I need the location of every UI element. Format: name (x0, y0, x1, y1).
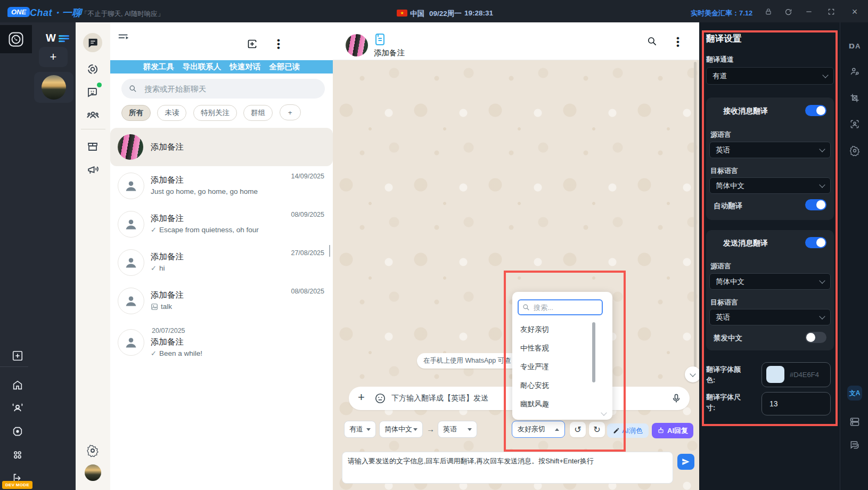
exchange-rate-label: 实时美金汇率：7.12 (691, 9, 752, 18)
chat-row[interactable]: 14/09/2025 添加备注 Just go home, go home, g… (110, 166, 333, 205)
filter-unread[interactable]: 未读 (157, 105, 186, 121)
chat-row[interactable]: 08/09/2025 添加备注 ✓Escape from quietness, … (110, 205, 333, 243)
ban-chinese-label: 禁发中文 (714, 333, 742, 343)
channel-select[interactable]: 有道 (706, 67, 834, 85)
filter-add[interactable]: + (280, 104, 301, 120)
receive-target-select[interactable]: 简体中文 (709, 177, 831, 194)
filter-all[interactable]: 所有 (121, 105, 151, 121)
tone-option[interactable]: 友好亲切 (520, 323, 549, 336)
tone-dropdown: 友好亲切 中性客观 专业严谨 耐心安抚 幽默风趣 (512, 292, 612, 420)
lock-icon[interactable] (763, 6, 774, 17)
tone-option[interactable]: 中性客观 (520, 342, 549, 355)
banner-export-contacts[interactable]: 导出联系人 (183, 62, 222, 72)
contact-sync-icon[interactable] (847, 64, 862, 79)
chat-row[interactable]: 08/08/2025 添加备注 talk (110, 281, 333, 320)
face-scan-icon[interactable] (847, 117, 862, 132)
color-swatch[interactable] (766, 366, 784, 383)
translate-icon[interactable]: 文A (847, 386, 862, 401)
ai-reply-button[interactable]: AI回复 (652, 423, 693, 438)
auto-translate-toggle[interactable] (805, 199, 826, 210)
chat-row[interactable]: 添加备注 (110, 128, 333, 166)
refresh-icon[interactable] (783, 6, 793, 17)
receive-toggle[interactable] (805, 105, 826, 116)
chat-scrollbar[interactable] (694, 62, 697, 368)
profile-avatar[interactable] (85, 464, 101, 481)
banner-mark-all-read[interactable]: 全部已读 (269, 62, 300, 72)
tab-broadcast[interactable] (83, 160, 102, 179)
team-icon[interactable] (9, 399, 26, 416)
tone-option[interactable]: 幽默风趣 (520, 398, 549, 411)
tone-option[interactable]: 耐心安抚 (520, 379, 549, 392)
chat-header-avatar[interactable] (346, 34, 368, 56)
server-icon[interactable] (847, 414, 862, 429)
color-hex-value: #D4E6F4 (790, 371, 819, 379)
send-button[interactable] (677, 454, 694, 470)
message-input[interactable]: 下方输入翻译成【英语】发送 (391, 394, 488, 403)
chat-list-menu-icon[interactable]: ••• (277, 38, 280, 50)
gear-icon[interactable] (847, 143, 862, 158)
account-avatar-card[interactable] (34, 72, 73, 103)
undo-button[interactable]: ↺ (570, 422, 586, 437)
chat-row[interactable]: 27/08/2025 添加备注 ✓hi (110, 243, 333, 281)
new-window-icon[interactable] (9, 347, 26, 364)
font-color-field[interactable]: #D4E6F4 (761, 362, 831, 387)
home-icon[interactable] (9, 377, 26, 394)
apps-grid-icon[interactable] (9, 446, 26, 463)
minimize-button[interactable] (804, 6, 814, 17)
receive-source-select[interactable]: 英语 (709, 142, 831, 158)
sent-check-icon: ✓ (151, 349, 157, 357)
record-icon[interactable] (9, 423, 26, 440)
screenshot-crop-icon[interactable] (847, 91, 862, 105)
tone-search[interactable] (518, 299, 603, 315)
chat-search-input[interactable] (143, 84, 305, 94)
chat-search[interactable] (121, 79, 325, 99)
tone-select[interactable]: 友好亲切 (512, 421, 565, 438)
chat-contact-name[interactable]: 添加备注 (374, 48, 405, 58)
chat-menu-icon[interactable]: ••• (676, 36, 679, 47)
tab-chats[interactable] (83, 33, 102, 52)
new-chat-icon[interactable] (247, 38, 258, 50)
font-size-value: 13 (769, 399, 778, 408)
redo-button[interactable]: ↻ (589, 422, 605, 437)
tab-channels[interactable] (83, 83, 102, 102)
tab-status[interactable] (83, 60, 102, 79)
tone-search-input[interactable] (533, 303, 593, 312)
filter-favorites[interactable]: 特别关注 (193, 105, 237, 121)
tab-communities[interactable] (83, 105, 102, 125)
target-lang-select[interactable]: 英语 (438, 421, 477, 438)
chat-multi-icon[interactable] (847, 438, 862, 453)
settings-gear[interactable] (83, 441, 102, 460)
tone-option[interactable]: 专业严谨 (520, 361, 549, 373)
emoji-icon[interactable] (374, 393, 386, 404)
engine-select[interactable]: 有道 (344, 421, 376, 438)
scroll-to-bottom-button[interactable] (685, 366, 701, 382)
send-target-select[interactable]: 英语 (709, 309, 831, 325)
add-account-button[interactable]: + (39, 47, 68, 67)
chat-row[interactable]: 20/07/2025 添加备注 ✓Been a while! (110, 320, 333, 358)
attach-plus-icon[interactable]: + (358, 390, 365, 404)
note-icon[interactable] (374, 33, 386, 46)
whatsapp-app-tab[interactable] (0, 25, 32, 53)
channel-label: 翻译通道 (706, 55, 734, 64)
close-button[interactable]: × (849, 6, 860, 17)
maximize-button[interactable] (826, 6, 837, 17)
ban-chinese-toggle[interactable] (805, 332, 826, 343)
contact-name: 添加备注 (151, 251, 184, 263)
compose-textarea[interactable] (342, 452, 673, 484)
translate-settings-panel: 翻译设置 翻译通道 有道 接收消息翻译 源语言 英语 目标语言 简体中文 自动翻… (699, 22, 868, 490)
chat-search-icon[interactable] (647, 36, 657, 46)
mic-icon[interactable] (671, 393, 682, 404)
receive-title: 接收消息翻译 (723, 107, 768, 116)
ai-polish-button[interactable]: AI润色 (607, 423, 649, 438)
send-toggle[interactable] (805, 237, 826, 248)
dropdown-scrollbar[interactable] (592, 322, 595, 382)
qa-icon[interactable]: ⱰA (847, 38, 862, 53)
banner-bulk-tool[interactable]: 群发工具 (143, 62, 174, 72)
send-source-select[interactable]: 简体中文 (709, 273, 831, 290)
filter-groups[interactable]: 群组 (243, 105, 273, 121)
source-lang-select[interactable]: 简体中文 (379, 421, 423, 438)
font-size-field[interactable]: 13 (761, 392, 831, 415)
banner-quick-chat[interactable]: 快速对话 (230, 62, 260, 72)
tab-store[interactable] (83, 137, 102, 156)
collapse-list-icon[interactable] (118, 33, 129, 43)
